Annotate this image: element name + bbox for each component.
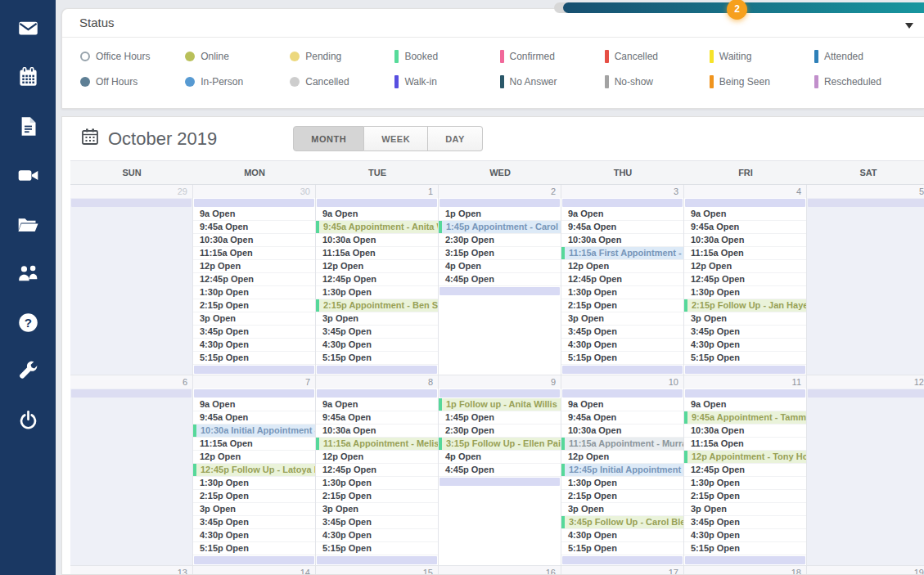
time-slot-open[interactable]: 10:30a Open — [561, 425, 683, 438]
time-slot-open[interactable]: 4:30p Open — [561, 339, 683, 352]
time-slot-open[interactable]: 10:30a Open — [193, 234, 315, 247]
sidebar-item-patients[interactable] — [0, 250, 56, 299]
time-slot-open[interactable]: 3p Open — [316, 312, 438, 326]
appointment[interactable]: 11:15a Appointment - Murray F — [561, 438, 683, 451]
time-slot-open[interactable]: 12p Open — [193, 260, 315, 273]
appointment[interactable]: 12p Appointment - Tony Howe — [684, 451, 806, 464]
time-slot-open[interactable]: 3p Open — [684, 312, 806, 326]
time-slot-open[interactable]: 4:30p Open — [684, 339, 806, 352]
time-slot-open[interactable]: 12p Open — [316, 260, 438, 273]
time-slot-open[interactable]: 3p Open — [561, 503, 683, 516]
time-slot-open[interactable]: 9a Open — [193, 398, 315, 411]
time-slot-open[interactable]: 1:30p Open — [316, 286, 438, 299]
time-slot-open[interactable]: 3:45p Open — [316, 516, 438, 529]
time-slot-open[interactable]: 2:30p Open — [439, 425, 561, 438]
time-slot-open[interactable]: 9a Open — [561, 208, 683, 221]
time-slot-open[interactable]: 9:45a Open — [684, 221, 806, 234]
time-slot-open[interactable]: 3p Open — [193, 503, 315, 516]
collapse-caret-icon[interactable] — [905, 23, 913, 29]
time-slot-open[interactable]: 4:45p Open — [439, 464, 561, 477]
appointment[interactable]: 1:45p Appointment - Carol Ble — [439, 221, 561, 234]
time-slot-open[interactable]: 9:45a Open — [316, 411, 438, 425]
time-slot-open[interactable]: 3p Open — [193, 312, 315, 326]
time-slot-open[interactable]: 12p Open — [561, 451, 683, 464]
time-slot-open[interactable]: 3:15p Open — [439, 247, 561, 260]
time-slot-open[interactable]: 3p Open — [684, 503, 806, 516]
time-slot-open[interactable]: 3:45p Open — [316, 326, 438, 339]
appointment[interactable]: 12:45p Follow Up - Latoya Ritz — [193, 464, 315, 477]
time-slot-open[interactable]: 1:30p Open — [684, 477, 806, 490]
time-slot-open[interactable]: 1:30p Open — [193, 477, 315, 490]
time-slot-open[interactable]: 4:30p Open — [193, 339, 315, 352]
time-slot-open[interactable]: 5:15p Open — [316, 352, 438, 365]
sidebar-item-messages[interactable] — [0, 5, 56, 54]
time-slot-open[interactable]: 10:30a Open — [684, 425, 806, 438]
appointment[interactable]: 12:45p Initial Appointment - M — [561, 464, 683, 477]
time-slot-open[interactable]: 5:15p Open — [193, 542, 315, 555]
appointment[interactable]: 11:15a First Appointment - Elle — [561, 247, 683, 260]
appointment[interactable]: 11:15a Appointment - Melissa — [316, 438, 438, 451]
time-slot-open[interactable]: 3:45p Open — [193, 326, 315, 339]
time-slot-open[interactable]: 3:45p Open — [684, 326, 806, 339]
sidebar-item-video[interactable] — [0, 152, 56, 201]
time-slot-open[interactable]: 10:30a Open — [316, 425, 438, 438]
time-slot-open[interactable]: 5:15p Open — [316, 542, 438, 555]
time-slot-open[interactable]: 2:30p Open — [439, 234, 561, 247]
time-slot-open[interactable]: 9a Open — [316, 398, 438, 411]
time-slot-open[interactable]: 11:15a Open — [193, 438, 315, 451]
time-slot-open[interactable]: 5:15p Open — [684, 542, 806, 555]
sidebar-item-files[interactable] — [0, 201, 56, 250]
time-slot-open[interactable]: 2:15p Open — [193, 490, 315, 503]
time-slot-open[interactable]: 9:45a Open — [561, 221, 683, 234]
time-slot-open[interactable]: 12p Open — [193, 451, 315, 464]
time-slot-open[interactable]: 12:45p Open — [316, 273, 438, 286]
sidebar-item-documents[interactable] — [0, 103, 56, 152]
time-slot-open[interactable]: 12:45p Open — [316, 464, 438, 477]
time-slot-open[interactable]: 2:15p Open — [193, 299, 315, 312]
time-slot-open[interactable]: 2:15p Open — [561, 490, 683, 503]
time-slot-open[interactable]: 9:45a Open — [561, 411, 683, 425]
time-slot-open[interactable]: 9:45a Open — [193, 411, 315, 425]
appointment[interactable]: 2:15p Follow Up - Jan Hayes — [684, 299, 806, 312]
time-slot-open[interactable]: 2:15p Open — [316, 490, 438, 503]
time-slot-open[interactable]: 1:30p Open — [684, 286, 806, 299]
view-button-week[interactable]: WEEK — [364, 126, 428, 151]
appointment[interactable]: 9:45a Appointment - Anita Will — [316, 221, 438, 234]
time-slot-open[interactable]: 4:30p Open — [316, 339, 438, 352]
time-slot-open[interactable]: 9:45a Open — [193, 221, 315, 234]
sidebar-item-help[interactable]: ? — [0, 299, 56, 348]
time-slot-open[interactable]: 12p Open — [561, 260, 683, 273]
time-slot-open[interactable]: 12:45p Open — [684, 464, 806, 477]
sidebar-item-settings[interactable] — [0, 348, 56, 398]
time-slot-open[interactable]: 1:30p Open — [193, 286, 315, 299]
time-slot-open[interactable]: 10:30a Open — [316, 234, 438, 247]
time-slot-open[interactable]: 12:45p Open — [561, 273, 683, 286]
time-slot-open[interactable]: 12p Open — [684, 260, 806, 273]
time-slot-open[interactable]: 9a Open — [684, 208, 806, 221]
time-slot-open[interactable]: 5:15p Open — [561, 352, 683, 365]
time-slot-open[interactable]: 3:45p Open — [193, 516, 315, 529]
time-slot-open[interactable]: 10:30a Open — [684, 234, 806, 247]
sidebar-item-calendar[interactable] — [0, 54, 56, 103]
time-slot-open[interactable]: 4:30p Open — [193, 529, 315, 542]
time-slot-open[interactable]: 12p Open — [316, 451, 438, 464]
time-slot-open[interactable]: 11:15a Open — [193, 247, 315, 260]
time-slot-open[interactable]: 3p Open — [316, 503, 438, 516]
time-slot-open[interactable]: 3p Open — [561, 312, 683, 326]
time-slot-open[interactable]: 3:45p Open — [561, 326, 683, 339]
view-button-day[interactable]: DAY — [428, 126, 483, 151]
appointment[interactable]: 3:15p Follow Up - Ellen Paige — [439, 438, 561, 451]
time-slot-open[interactable]: 11:15a Open — [684, 247, 806, 260]
time-slot-open[interactable]: 1:30p Open — [561, 286, 683, 299]
time-slot-open[interactable]: 11:15a Open — [316, 247, 438, 260]
time-slot-open[interactable]: 5:15p Open — [561, 542, 683, 555]
appointment[interactable]: 1p Follow up - Anita Willis — [439, 398, 561, 411]
time-slot-open[interactable]: 2:15p Open — [684, 490, 806, 503]
time-slot-open[interactable]: 10:30a Open — [561, 234, 683, 247]
time-slot-open[interactable]: 4p Open — [439, 260, 561, 273]
time-slot-open[interactable]: 9a Open — [561, 398, 683, 411]
time-slot-open[interactable]: 4:30p Open — [684, 529, 806, 542]
appointment[interactable]: 3:45p Follow Up - Carol Blevin — [561, 516, 683, 529]
time-slot-open[interactable]: 2:15p Open — [561, 299, 683, 312]
time-slot-open[interactable]: 9a Open — [684, 398, 806, 411]
